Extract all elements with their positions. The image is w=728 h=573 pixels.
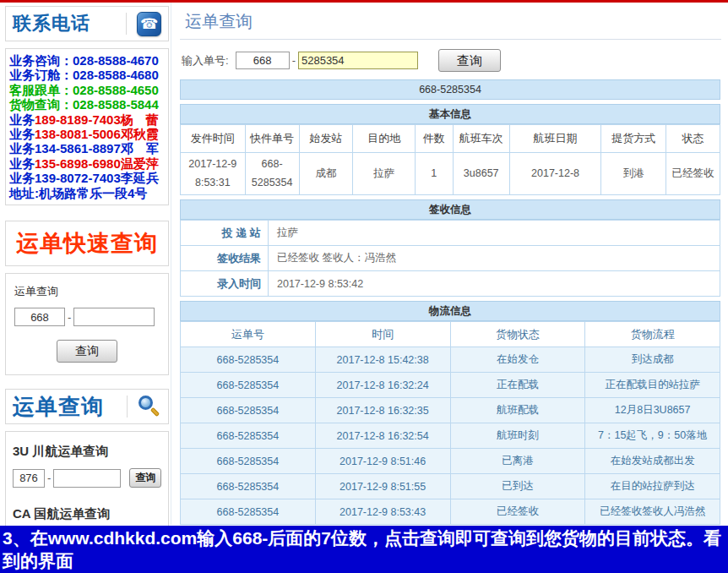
page: 联系电话 ☎ 业务咨询：028-8588-4670业务订舱：028-8588-4… bbox=[0, 0, 728, 573]
logistics-row: 668-52853542017-12-8 16:32:24正在配载正在配载目的站… bbox=[181, 373, 720, 398]
logistics-header-cell: 运单号 bbox=[181, 322, 316, 347]
logistics-cell: 已经签收 bbox=[450, 499, 585, 525]
logistics-row: 668-52853542017-12-8 16:32:35航班配载12月8日3U… bbox=[181, 398, 720, 423]
waybill-number-input[interactable] bbox=[298, 52, 418, 69]
phone-line: 业务189-8189-7403杨 蕾 bbox=[9, 112, 166, 127]
logistics-cell: 7：15起飞，9：50落地 bbox=[585, 423, 720, 449]
logistics-cell: 668-5285354 bbox=[181, 474, 316, 499]
basic-info-cell: 拉萨 bbox=[353, 153, 415, 195]
phone-segment: 业务咨询：028-8588-4670 bbox=[9, 53, 159, 68]
phone-line: 业务138-8081-5006邓秋霞 bbox=[9, 127, 166, 141]
logistics-section-title: 物流信息 bbox=[180, 301, 720, 321]
logistics-cell: 已离港 bbox=[450, 449, 585, 474]
phone-line: 业务135-6898-6980温爱萍 bbox=[9, 156, 166, 171]
header-divider bbox=[127, 396, 128, 417]
sidebar: 联系电话 ☎ 业务咨询：028-8588-4670业务订舱：028-8588-4… bbox=[0, 3, 171, 571]
basic-info-section-title: 基本信息 bbox=[180, 104, 720, 124]
main-query-button[interactable]: 查询 bbox=[438, 49, 501, 72]
waybill-prefix-input[interactable] bbox=[236, 52, 290, 69]
basic-info-header-cell: 始发站 bbox=[299, 125, 353, 153]
logistics-cell: 668-5285354 bbox=[181, 449, 316, 474]
sign-info-table: 投 递 站拉萨签收结果已经签收 签收人：冯浩然录入时间2017-12-9 8:5… bbox=[180, 220, 720, 297]
sidebar-query-box: 运单查询 - 查询 bbox=[5, 273, 169, 375]
quick-query-banner-title: 运单快速查询 bbox=[16, 228, 158, 259]
basic-info-header-row: 发件时间快件单号始发站目的地件数航班车次航班日期提货方式状态 bbox=[181, 125, 720, 153]
phone-segment: 189-8189-7403杨 蕾 bbox=[35, 112, 159, 127]
basic-info-cell: 到港 bbox=[601, 153, 666, 195]
sichuan-air-prefix-input[interactable] bbox=[13, 469, 45, 488]
sign-info-value: 拉萨 bbox=[269, 221, 720, 246]
logistics-cell: 2017-12-8 16:32:35 bbox=[315, 398, 450, 423]
phone-segment: 135-6898-6980温爱萍 bbox=[35, 156, 159, 171]
logistics-row: 668-52853542017-12-9 8:51:46已离港在始发站成都出发 bbox=[181, 449, 720, 474]
logistics-cell: 正在配载 bbox=[450, 373, 585, 398]
phone-segment: 业务 bbox=[9, 112, 35, 127]
basic-info-cell: 已经签收 bbox=[666, 153, 720, 195]
logistics-header-cell: 货物流程 bbox=[585, 322, 720, 347]
sidebar-query-button[interactable]: 查询 bbox=[57, 340, 117, 363]
basic-info-header-cell: 目的地 bbox=[353, 125, 415, 153]
dash-separator: - bbox=[68, 311, 71, 324]
phone-segment: 货物查询：028-8588-5844 bbox=[9, 97, 159, 112]
dash-separator: - bbox=[292, 54, 296, 67]
basic-info-cell: 1 bbox=[415, 153, 453, 195]
logistics-cell: 2017-12-8 16:32:54 bbox=[315, 423, 450, 449]
basic-info-header-cell: 快件单号 bbox=[245, 125, 299, 153]
china-air-query-label: CA 国航运单查询 bbox=[13, 506, 161, 522]
contact-header-box: 联系电话 ☎ bbox=[5, 6, 169, 41]
basic-info-header-cell: 航班日期 bbox=[509, 125, 601, 153]
basic-info-cell: 成都 bbox=[299, 153, 353, 195]
quick-query-banner-box: 运单快速查询 bbox=[5, 221, 169, 266]
logistics-cell: 668-5285354 bbox=[181, 373, 316, 398]
logistics-cell: 在始发站成都出发 bbox=[585, 449, 720, 474]
logistics-cell: 2017-12-9 8:53:43 bbox=[315, 499, 450, 525]
phone-line: 货物查询：028-8588-5844 bbox=[9, 97, 166, 112]
sign-info-value: 已经签收 签收人：冯浩然 bbox=[269, 246, 720, 271]
logistics-cell: 668-5285354 bbox=[181, 398, 316, 423]
logistics-cell: 已到达 bbox=[450, 474, 585, 499]
sign-info-row: 投 递 站拉萨 bbox=[181, 221, 720, 246]
waybill-query-form: 输入单号: - 查询 bbox=[182, 49, 721, 72]
result-panel: 668-5285354 基本信息 发件时间快件单号始发站目的地件数航班车次航班日… bbox=[180, 79, 720, 525]
logistics-cell: 12月8日3U8657 bbox=[585, 398, 720, 423]
phone-segment: 138-8081-5006邓秋霞 bbox=[35, 127, 159, 141]
phone-segment: 地址:机场路常乐一段4号 bbox=[9, 186, 147, 200]
logistics-cell: 668-5285354 bbox=[181, 347, 316, 373]
phone-line: 业务134-5861-8897邓 军 bbox=[9, 141, 166, 156]
sign-info-value: 2017-12-9 8:53:42 bbox=[269, 271, 720, 297]
logistics-cell: 到达成都 bbox=[585, 347, 720, 373]
sidebar-prefix-input[interactable] bbox=[14, 308, 65, 326]
sign-info-label: 投 递 站 bbox=[181, 221, 269, 246]
basic-info-cell: 3u8657 bbox=[453, 153, 509, 195]
sichuan-air-number-input[interactable] bbox=[53, 469, 121, 488]
basic-info-header-cell: 件数 bbox=[415, 125, 453, 153]
phone-line: 业务订舱：028-8588-4680 bbox=[9, 68, 166, 82]
logistics-cell: 在目的站拉萨到达 bbox=[585, 474, 720, 499]
sign-info-label: 签收结果 bbox=[181, 246, 269, 271]
sichuan-air-query-label: 3U 川航运单查询 bbox=[13, 444, 161, 460]
phone-line: 地址:机场路常乐一段4号 bbox=[9, 186, 166, 200]
sichuan-air-query-button[interactable]: 查询 bbox=[129, 468, 161, 488]
phone-line: 业务咨询：028-8588-4670 bbox=[9, 53, 166, 68]
main-content: 运单查询 输入单号: - 查询 668-5285354 基本信息 发件时间快件单… bbox=[171, 3, 728, 525]
sign-info-row: 签收结果已经签收 签收人：冯浩然 bbox=[181, 246, 720, 271]
page-title: 运单查询 bbox=[180, 3, 721, 40]
instruction-banner: 3、在www.cdhkkd.com输入668-后面的7位数，点击查询即可查询到您… bbox=[0, 526, 728, 573]
sidebar-number-input[interactable] bbox=[73, 308, 155, 326]
logistics-cell: 2017-12-8 15:42:38 bbox=[315, 347, 450, 373]
basic-info-cell: 668-5285354 bbox=[245, 153, 299, 195]
logistics-row: 668-52853542017-12-8 15:42:38在始发仓到达成都 bbox=[181, 347, 720, 373]
basic-info-cell: 2017-12-9 8:53:31 bbox=[181, 153, 246, 195]
basic-info-header-cell: 发件时间 bbox=[181, 125, 246, 153]
query-input-label: 输入单号: bbox=[182, 53, 229, 68]
sidebar-query-title: 运单查询 bbox=[14, 284, 160, 299]
logistics-cell: 航班时刻 bbox=[450, 423, 585, 449]
logistics-cell: 正在配载目的站拉萨 bbox=[585, 373, 720, 398]
phone-line: 客服跟单：028-8588-4650 bbox=[9, 83, 166, 97]
logistics-cell: 668-5285354 bbox=[181, 499, 316, 525]
phone-list: 业务咨询：028-8588-4670业务订舱：028-8588-4680客服跟单… bbox=[5, 48, 169, 205]
contact-header-title: 联系电话 bbox=[13, 11, 90, 36]
logistics-row: 668-52853542017-12-9 8:53:43已经签收已经签收签收人冯… bbox=[181, 499, 720, 525]
logistics-row: 668-52853542017-12-9 8:51:55已到达在目的站拉萨到达 bbox=[181, 474, 720, 499]
logistics-row: 668-52853542017-12-8 16:32:54航班时刻7：15起飞，… bbox=[181, 423, 720, 449]
